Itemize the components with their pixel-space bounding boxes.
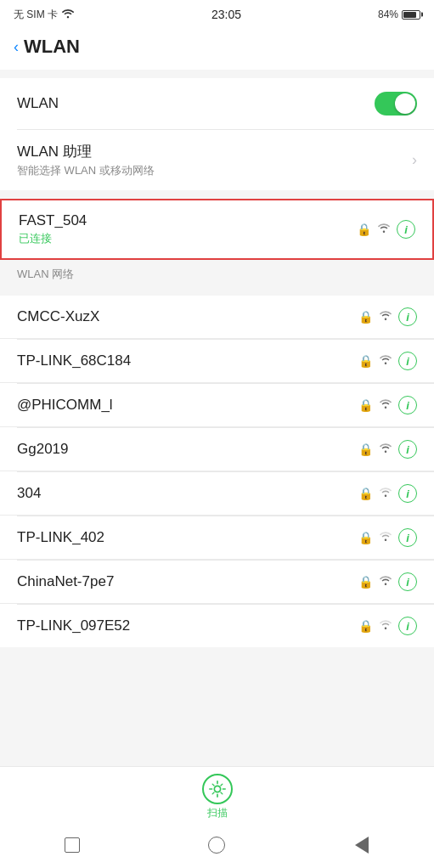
list-item[interactable]: @PHICOMM_l 🔒 i — [0, 384, 434, 427]
wlan-networks-label: WLAN 网络 — [0, 260, 434, 287]
status-time: 23:05 — [211, 8, 241, 21]
battery-icon — [402, 10, 420, 20]
wifi-icon — [378, 442, 393, 457]
wifi-icon — [61, 8, 75, 21]
network-icons: 🔒 i — [358, 617, 417, 635]
lock-icon: 🔒 — [357, 223, 371, 236]
info-button[interactable]: i — [398, 307, 417, 326]
network-name: Gg2019 — [17, 441, 69, 458]
status-bar: 无 SIM 卡 23:05 84% — [0, 0, 434, 29]
status-left: 无 SIM 卡 — [14, 8, 75, 22]
wlan-toggle-row: WLAN — [0, 78, 434, 129]
network-name: TP-LINK_402 — [17, 529, 104, 546]
wlan-assist-row[interactable]: WLAN 助理 智能选择 WLAN 或移动网络 › — [0, 130, 434, 190]
wlan-toggle-label: WLAN — [17, 95, 59, 112]
network-icons: 🔒 i — [358, 307, 417, 326]
page-title: WLAN — [24, 36, 80, 58]
square-icon — [65, 837, 80, 853]
network-icons: 🔒 i — [358, 572, 417, 591]
network-icons: 🔒 i — [358, 484, 417, 503]
connected-network-icons: 🔒 i — [357, 220, 415, 239]
info-button-connected[interactable]: i — [397, 220, 415, 239]
network-name: ChinaNet-7pe7 — [17, 573, 114, 590]
scan-label: 扫描 — [207, 806, 228, 820]
connected-network-info: FAST_504 已连接 — [19, 212, 87, 246]
wifi-icon — [378, 618, 393, 634]
wlan-assist-sub: 智能选择 WLAN 或移动网络 — [17, 163, 155, 178]
list-item[interactable]: TP-LINK_402 🔒 i — [0, 516, 434, 560]
wifi-icon — [378, 486, 393, 501]
nav-buttons — [0, 826, 434, 868]
info-button[interactable]: i — [398, 440, 417, 459]
info-button[interactable]: i — [398, 484, 417, 503]
sim-status: 无 SIM 卡 — [14, 8, 58, 22]
lock-icon: 🔒 — [358, 398, 373, 412]
wlan-assist-title: WLAN 助理 — [17, 142, 155, 161]
info-button[interactable]: i — [398, 396, 417, 414]
network-name: TP-LINK_097E52 — [17, 617, 130, 634]
connected-network-status: 已连接 — [19, 231, 87, 246]
list-item[interactable]: CMCC-XuzX 🔒 i — [0, 296, 434, 339]
connected-network-row[interactable]: FAST_504 已连接 🔒 i — [2, 200, 432, 258]
page-header: ‹ WLAN — [0, 29, 434, 70]
list-item[interactable]: TP-LINK_097E52 🔒 i — [0, 605, 434, 647]
chevron-right-icon: › — [412, 151, 417, 169]
lock-icon: 🔒 — [358, 310, 373, 324]
back-home-button[interactable] — [204, 832, 229, 858]
lock-icon: 🔒 — [358, 619, 373, 633]
lock-icon: 🔒 — [358, 487, 373, 500]
lock-icon: 🔒 — [358, 531, 373, 544]
network-icons: 🔒 i — [358, 528, 417, 547]
list-item[interactable]: ChinaNet-7pe7 🔒 i — [0, 561, 434, 604]
wlan-assist-text: WLAN 助理 智能选择 WLAN 或移动网络 — [17, 142, 155, 178]
connected-network-name: FAST_504 — [19, 212, 87, 229]
back-button[interactable]: ‹ — [14, 38, 19, 56]
lock-icon: 🔒 — [358, 354, 373, 368]
network-icons: 🔒 i — [358, 440, 417, 459]
wifi-icon — [378, 353, 393, 369]
triangle-icon — [355, 837, 369, 854]
info-button[interactable]: i — [398, 572, 417, 591]
info-button[interactable]: i — [398, 617, 417, 635]
network-icons: 🔒 i — [358, 352, 417, 370]
info-button[interactable]: i — [398, 352, 417, 370]
connected-network-section: FAST_504 已连接 🔒 i — [0, 199, 434, 260]
network-name: 304 — [17, 485, 41, 502]
network-name: TP-LINK_68C184 — [17, 352, 131, 369]
wifi-icon — [378, 530, 393, 545]
circle-icon — [208, 837, 225, 854]
lock-icon: 🔒 — [358, 442, 373, 456]
scan-button[interactable]: 扫描 — [0, 767, 434, 826]
network-list: CMCC-XuzX 🔒 i TP-LINK_68C184 🔒 — [0, 296, 434, 647]
list-item[interactable]: TP-LINK_68C184 🔒 i — [0, 340, 434, 383]
recents-button[interactable] — [349, 832, 375, 858]
list-item[interactable]: 304 🔒 i — [0, 472, 434, 516]
lock-icon: 🔒 — [358, 575, 373, 589]
network-icons: 🔒 i — [358, 396, 417, 414]
network-name: CMCC-XuzX — [17, 308, 99, 325]
wlan-toggle-section: WLAN WLAN 助理 智能选择 WLAN 或移动网络 › — [0, 78, 434, 190]
list-item[interactable]: Gg2019 🔒 i — [0, 428, 434, 471]
info-button[interactable]: i — [398, 528, 417, 547]
toggle-thumb — [395, 93, 415, 114]
scan-icon — [202, 774, 233, 804]
home-button[interactable] — [59, 832, 85, 858]
wifi-icon — [378, 574, 393, 589]
wifi-strength-icon — [376, 222, 392, 237]
bottom-nav: 扫描 — [0, 766, 434, 868]
wifi-icon — [378, 309, 393, 324]
wlan-toggle[interactable] — [375, 92, 417, 116]
network-name: @PHICOMM_l — [17, 397, 113, 414]
svg-point-0 — [214, 786, 220, 792]
wifi-icon — [378, 397, 393, 413]
battery-percent: 84% — [378, 8, 398, 20]
status-right: 84% — [378, 8, 420, 20]
